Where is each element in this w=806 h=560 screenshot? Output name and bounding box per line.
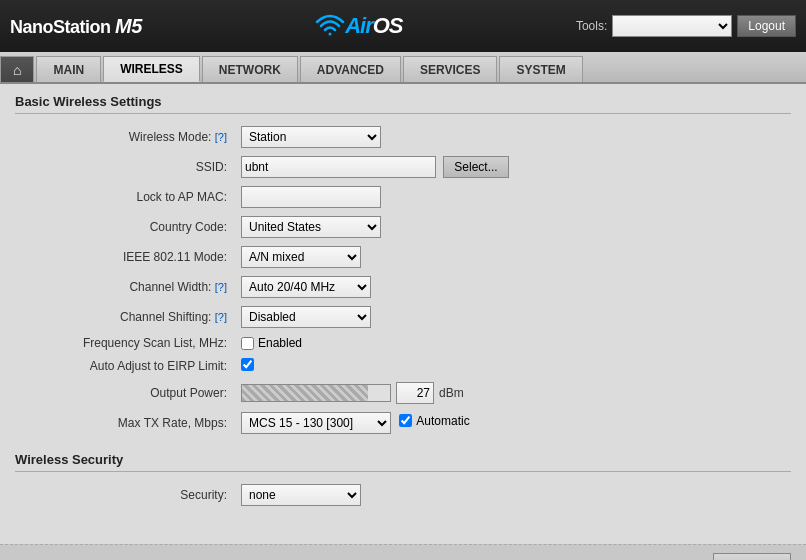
country-code-label: Country Code: xyxy=(15,212,235,242)
channel-shift-row: Channel Shifting: [?] Disabled Enabled xyxy=(15,302,791,332)
ieee-mode-field: A/N mixed A only N only xyxy=(235,242,791,272)
wifi-icon xyxy=(315,12,345,40)
header: NanoStation M5 AirOS Tools: Logout xyxy=(0,0,806,52)
basic-wireless-form: Wireless Mode: [?] Station Access Point … xyxy=(15,122,791,438)
wireless-security-section: Wireless Security Security: none WEP WPA… xyxy=(15,452,791,510)
power-slider-fill xyxy=(242,385,368,401)
security-field: none WEP WPA WPA2 xyxy=(235,480,791,510)
tab-network[interactable]: NETWORK xyxy=(202,56,298,82)
nav-bar: ⌂ MAIN WIRELESS NETWORK ADVANCED SERVICE… xyxy=(0,52,806,84)
channel-width-field: Auto 20/40 MHz 20 MHz 40 MHz xyxy=(235,272,791,302)
tab-system-label: SYSTEM xyxy=(516,63,565,77)
wireless-security-form: Security: none WEP WPA WPA2 xyxy=(15,480,791,510)
ieee-mode-row: IEEE 802.11 Mode: A/N mixed A only N onl… xyxy=(15,242,791,272)
output-power-row: Output Power: dBm xyxy=(15,378,791,408)
tab-services[interactable]: SERVICES xyxy=(403,56,497,82)
power-area: dBm xyxy=(241,382,785,404)
tab-home[interactable]: ⌂ xyxy=(0,56,34,82)
change-button[interactable]: Change xyxy=(713,553,791,560)
app-title: NanoStation M5 xyxy=(10,15,142,38)
channel-shift-label: Channel Shifting: [?] xyxy=(15,302,235,332)
ssid-input[interactable] xyxy=(241,156,436,178)
security-row: Security: none WEP WPA WPA2 xyxy=(15,480,791,510)
wireless-security-title: Wireless Security xyxy=(15,452,791,472)
automatic-checkbox[interactable] xyxy=(399,414,412,427)
lock-mac-row: Lock to AP MAC: xyxy=(15,182,791,212)
power-value-input[interactable] xyxy=(396,382,434,404)
wireless-mode-row: Wireless Mode: [?] Station Access Point … xyxy=(15,122,791,152)
freq-scan-row: Frequency Scan List, MHz: Enabled xyxy=(15,332,791,354)
tab-wireless-label: WIRELESS xyxy=(120,62,183,76)
max-tx-row: Max TX Rate, Mbps: MCS 15 - 130 [300] MC… xyxy=(15,408,791,438)
channel-width-help[interactable]: [?] xyxy=(215,281,227,293)
output-power-label: Output Power: xyxy=(15,378,235,408)
output-power-field: dBm xyxy=(235,378,791,408)
wireless-mode-field: Station Access Point AP-Repeater xyxy=(235,122,791,152)
channel-shift-select[interactable]: Disabled Enabled xyxy=(241,306,371,328)
wireless-mode-help[interactable]: [?] xyxy=(215,131,227,143)
lock-mac-input[interactable] xyxy=(241,186,381,208)
security-label: Security: xyxy=(15,480,235,510)
lock-mac-label: Lock to AP MAC: xyxy=(15,182,235,212)
select-button[interactable]: Select... xyxy=(443,156,508,178)
ieee-mode-label: IEEE 802.11 Mode: xyxy=(15,242,235,272)
freq-scan-check-text: Enabled xyxy=(258,336,302,350)
tab-advanced[interactable]: ADVANCED xyxy=(300,56,401,82)
logout-button[interactable]: Logout xyxy=(737,15,796,37)
tab-main-label: MAIN xyxy=(53,63,84,77)
ssid-field: Select... xyxy=(235,152,791,182)
tab-network-label: NETWORK xyxy=(219,63,281,77)
tools-dropdown[interactable] xyxy=(612,15,732,37)
logo-area: NanoStation M5 xyxy=(10,15,142,38)
tab-main[interactable]: MAIN xyxy=(36,56,101,82)
freq-scan-label: Frequency Scan List, MHz: xyxy=(15,332,235,354)
basic-wireless-section: Basic Wireless Settings Wireless Mode: [… xyxy=(15,94,791,438)
freq-scan-field: Enabled xyxy=(235,332,791,354)
ssid-row: SSID: Select... xyxy=(15,152,791,182)
security-select[interactable]: none WEP WPA WPA2 xyxy=(241,484,361,506)
country-code-field: United States Canada Germany xyxy=(235,212,791,242)
main-content: Basic Wireless Settings Wireless Mode: [… xyxy=(0,84,806,544)
lock-mac-field xyxy=(235,182,791,212)
country-select[interactable]: United States Canada Germany xyxy=(241,216,381,238)
wireless-mode-label: Wireless Mode: [?] xyxy=(15,122,235,152)
tab-system[interactable]: SYSTEM xyxy=(499,56,582,82)
tools-label: Tools: xyxy=(576,19,607,33)
airos-logo-container: AirOS xyxy=(315,12,402,40)
auto-adjust-field xyxy=(235,354,791,378)
auto-adjust-row: Auto Adjust to EIRP Limit: xyxy=(15,354,791,378)
basic-wireless-title: Basic Wireless Settings xyxy=(15,94,791,114)
country-code-row: Country Code: United States Canada Germa… xyxy=(15,212,791,242)
auto-adjust-checkbox[interactable] xyxy=(241,358,254,371)
freq-scan-checkbox[interactable] xyxy=(241,337,254,350)
channel-width-label: Channel Width: [?] xyxy=(15,272,235,302)
tab-services-label: SERVICES xyxy=(420,63,480,77)
power-unit: dBm xyxy=(439,386,464,400)
automatic-text: Automatic xyxy=(416,414,469,428)
channel-shift-help[interactable]: [?] xyxy=(215,311,227,323)
ssid-label: SSID: xyxy=(15,152,235,182)
channel-width-row: Channel Width: [?] Auto 20/40 MHz 20 MHz… xyxy=(15,272,791,302)
airos-brand: AirOS xyxy=(345,13,402,39)
automatic-label: Automatic xyxy=(399,414,469,428)
freq-scan-checkbox-label: Enabled xyxy=(241,336,785,350)
channel-width-select[interactable]: Auto 20/40 MHz 20 MHz 40 MHz xyxy=(241,276,371,298)
tab-wireless[interactable]: WIRELESS xyxy=(103,56,200,82)
power-slider-track[interactable] xyxy=(241,384,391,402)
bottom-bar: Change xyxy=(0,544,806,560)
tools-area: Tools: Logout xyxy=(576,15,796,37)
auto-adjust-label: Auto Adjust to EIRP Limit: xyxy=(15,354,235,378)
ieee-mode-select[interactable]: A/N mixed A only N only xyxy=(241,246,361,268)
max-tx-field: MCS 15 - 130 [300] MCS 14 - 117 [270] MC… xyxy=(235,408,791,438)
max-tx-select[interactable]: MCS 15 - 130 [300] MCS 14 - 117 [270] MC… xyxy=(241,412,391,434)
max-tx-label: Max TX Rate, Mbps: xyxy=(15,408,235,438)
channel-shift-field: Disabled Enabled xyxy=(235,302,791,332)
wireless-mode-select[interactable]: Station Access Point AP-Repeater xyxy=(241,126,381,148)
tab-advanced-label: ADVANCED xyxy=(317,63,384,77)
home-icon: ⌂ xyxy=(13,62,21,78)
